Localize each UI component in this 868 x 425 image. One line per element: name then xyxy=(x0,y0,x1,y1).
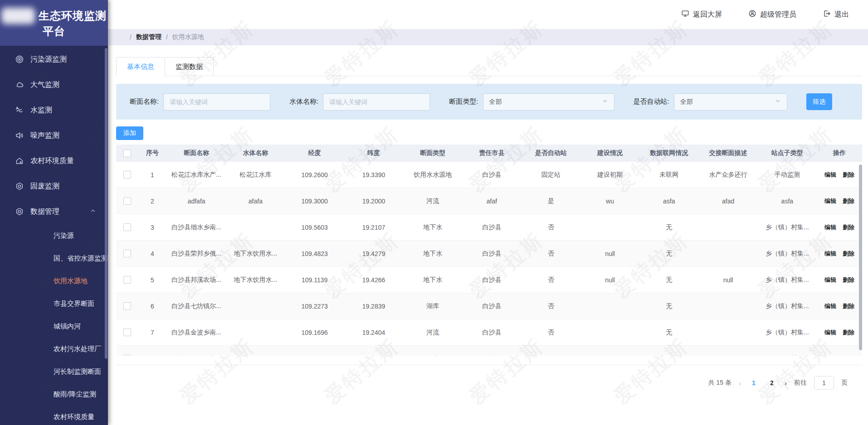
user-menu[interactable]: 超级管理员 xyxy=(748,10,796,19)
cell-responsible-county: 白沙县 xyxy=(462,223,521,232)
row-checkbox[interactable] xyxy=(123,223,131,231)
edit-link[interactable]: 编辑 xyxy=(824,276,836,283)
cell-seq: 1 xyxy=(138,171,167,179)
sidebar-menu: 污染源监测 大气监测 水监测 噪声监测 农村环境质量 固废监测 数据管理 污染源… xyxy=(0,46,108,425)
cell-station-subtype: 乡（镇）村集... xyxy=(758,302,817,310)
breadcrumb-data-management[interactable]: 数据管理 xyxy=(136,33,161,41)
add-button[interactable]: 添加 xyxy=(116,126,143,140)
auto-station-select[interactable]: 全部 xyxy=(674,93,787,111)
cell-latitude: 19.2000 xyxy=(344,198,403,205)
col-latitude: 纬度 xyxy=(344,149,403,157)
col-construction: 建设情况 xyxy=(580,149,639,157)
chevron-up-icon xyxy=(90,208,96,216)
goto-page-input[interactable] xyxy=(814,376,834,390)
edit-link[interactable]: 编辑 xyxy=(824,329,836,336)
sidebar-item-water-monitoring[interactable]: 水监测 xyxy=(0,97,108,123)
row-checkbox[interactable] xyxy=(123,302,131,310)
sidebar-subitem-city-county-boundary[interactable]: 市县交界断面 xyxy=(0,292,108,315)
chevron-down-icon xyxy=(775,98,781,106)
page-2-button[interactable]: 2 xyxy=(766,379,777,386)
cell-section-name: 白沙县牙叉镇志... xyxy=(167,355,226,356)
delete-link[interactable]: 删除 xyxy=(843,329,854,336)
edit-link[interactable]: 编辑 xyxy=(824,250,836,257)
delete-link[interactable]: 删除 xyxy=(843,224,854,231)
page-1-button[interactable]: 1 xyxy=(748,379,759,386)
app-title-line2: 平台 xyxy=(43,24,65,39)
edit-link[interactable]: 编辑 xyxy=(824,198,836,204)
tab-basic-info[interactable]: 基本信息 xyxy=(116,57,165,76)
edit-link[interactable]: 编辑 xyxy=(824,355,836,356)
cell-section-type: 湖库 xyxy=(403,302,462,310)
logout-button[interactable]: 退出 xyxy=(823,10,849,19)
cell-water-name: 地下水饮用水... xyxy=(226,276,285,284)
cell-latitude: 19.1942 xyxy=(344,355,403,356)
delete-link[interactable]: 删除 xyxy=(843,250,854,257)
cell-responsible-county: 白沙县 xyxy=(462,250,521,258)
next-page-button[interactable]: › xyxy=(785,379,787,387)
cell-auto-station: 否 xyxy=(522,355,580,356)
row-checkbox[interactable] xyxy=(123,171,131,179)
section-name-input[interactable] xyxy=(163,93,270,111)
cell-longitude: 109.3791 xyxy=(285,355,344,356)
sidebar-subitem-rural-sewage-plant[interactable]: 农村污水处理厂 xyxy=(0,338,108,360)
delete-link[interactable]: 删除 xyxy=(843,303,854,309)
sidebar-subitem-urban-inner-river[interactable]: 城镇内河 xyxy=(0,315,108,338)
section-type-select[interactable]: 全部 xyxy=(483,93,614,111)
pagination-total: 共 15 条 xyxy=(708,379,731,387)
edit-link[interactable]: 编辑 xyxy=(824,171,836,178)
delete-link[interactable]: 删除 xyxy=(843,276,854,283)
sidebar-subitem-national-provincial-water[interactable]: 国、省控水源监测 xyxy=(0,247,108,270)
row-checkbox[interactable] xyxy=(123,328,131,336)
row-checkbox[interactable] xyxy=(123,250,131,257)
sidebar-item-data-management[interactable]: 数据管理 xyxy=(0,199,108,224)
sidebar-item-pollution-source-monitoring[interactable]: 污染源监测 xyxy=(0,47,108,72)
house-icon xyxy=(15,156,24,165)
table-scrollbar[interactable] xyxy=(859,164,862,350)
section-type-label: 断面类型: xyxy=(449,97,478,106)
edit-link[interactable]: 编辑 xyxy=(824,224,836,231)
water-name-input[interactable] xyxy=(323,93,430,111)
sidebar-item-solid-waste-monitoring[interactable]: 固废监测 xyxy=(0,174,108,199)
breadcrumb-separator: / xyxy=(130,34,132,41)
cell-section-type: 河流 xyxy=(403,355,462,356)
row-checkbox[interactable] xyxy=(123,197,131,205)
sidebar-scrollbar[interactable] xyxy=(105,48,107,359)
table-row: 5 白沙县邦溪农场... 地下水饮用水... 109.1139 19.4266 … xyxy=(116,267,862,293)
sidebar-subitem-rural-env-quality[interactable]: 农村环境质量 xyxy=(0,406,108,425)
edit-link[interactable]: 编辑 xyxy=(824,303,836,309)
cell-responsible-county: 白沙县 xyxy=(462,302,521,310)
row-checkbox[interactable] xyxy=(123,276,131,284)
row-checkbox[interactable] xyxy=(123,355,131,356)
tab-monitoring-data[interactable]: 监测数据 xyxy=(165,57,214,76)
cell-latitude: 19.2107 xyxy=(344,224,403,231)
cell-section-type: 地下水 xyxy=(403,276,462,284)
cell-network-status: 无 xyxy=(639,328,698,337)
cell-section-type: 河流 xyxy=(403,197,462,205)
select-all-checkbox[interactable] xyxy=(123,150,131,157)
sidebar-subitem-pollution-source[interactable]: 污染源 xyxy=(0,224,108,247)
delete-link[interactable]: 删除 xyxy=(843,171,854,178)
cell-auto-station: 固定站 xyxy=(522,171,580,179)
cell-network-status: 未联网 xyxy=(639,171,698,179)
back-to-big-screen-button[interactable]: 返回大屏 xyxy=(681,10,722,19)
cell-section-name: 松花江水库水产... xyxy=(167,171,226,179)
sidebar-subitem-acid-rain-dust[interactable]: 酸雨/降尘监测 xyxy=(0,383,108,406)
cell-network-status: asfa xyxy=(639,198,698,205)
table-row: 2 adfafa afafa 109.3000 19.2000 河流 afaf … xyxy=(116,188,862,214)
col-responsible-county: 责任市县 xyxy=(462,149,521,157)
sidebar-item-noise-monitoring[interactable]: 噪声监测 xyxy=(0,123,108,148)
cell-station-subtype: 乡（镇）村集... xyxy=(758,328,817,337)
prev-page-button[interactable]: ‹ xyxy=(739,379,741,387)
delete-link[interactable]: 删除 xyxy=(843,198,854,204)
sidebar-subitem-river-chief-section[interactable]: 河长制监测断面 xyxy=(0,360,108,383)
database-hexagon-icon xyxy=(15,207,24,216)
goto-label: 前往 xyxy=(794,379,807,387)
cell-station-subtype: 乡（镇）村集... xyxy=(758,250,817,258)
sidebar-item-air-monitoring[interactable]: 大气监测 xyxy=(0,72,108,97)
filter-section-type: 断面类型: 全部 xyxy=(449,93,614,111)
delete-link[interactable]: 删除 xyxy=(843,355,854,356)
sidebar-subitem-drinking-water-source[interactable]: 饮用水源地 xyxy=(0,270,108,292)
filter-submit-button[interactable]: 筛选 xyxy=(806,93,832,110)
sidebar-item-rural-env-quality[interactable]: 农村环境质量 xyxy=(0,148,108,174)
cell-seq: 6 xyxy=(138,303,167,310)
